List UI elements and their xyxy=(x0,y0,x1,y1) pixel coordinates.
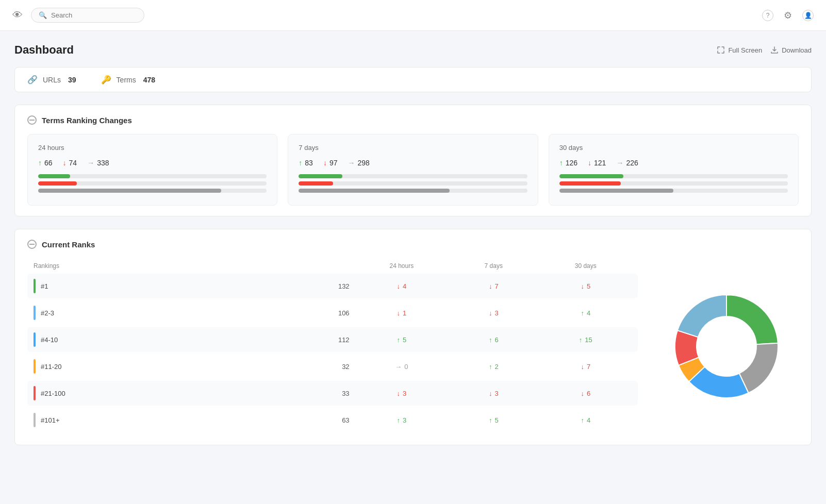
down-arrow-icon: ↓ xyxy=(323,159,327,167)
donut-chart xyxy=(654,258,799,434)
rank-stats-24h: ↑ 66 ↓ 74 → 338 xyxy=(38,159,267,167)
stat-urls: 🔗 URLs 39 xyxy=(27,75,76,85)
change-24h: →0 xyxy=(356,363,448,371)
bar-red-30d xyxy=(559,181,788,186)
help-icon[interactable]: ? xyxy=(762,10,773,21)
ranking-cards: 24 hours ↑ 66 ↓ 74 → 338 xyxy=(27,134,799,206)
donut-segment-#101+ xyxy=(678,295,726,337)
search-input[interactable] xyxy=(51,11,134,19)
rank-card-7d: 7 days ↑ 83 ↓ 97 → 298 xyxy=(288,134,538,206)
header: 👁 🔍 ? ⚙ 👤 xyxy=(0,0,826,31)
fullscreen-button[interactable]: Full Screen xyxy=(717,46,762,54)
change-7d: ↑5 xyxy=(448,416,539,424)
key-icon: 🔑 xyxy=(101,75,111,85)
flat-stat-7d: → 298 xyxy=(348,159,369,167)
change-30d: ↑4 xyxy=(540,309,632,317)
rank-stats-30d: ↑ 126 ↓ 121 → 226 xyxy=(559,159,788,167)
down-arrow-icon: ↓ xyxy=(588,159,591,167)
down-stat-24h: ↓ 74 xyxy=(63,159,77,167)
bar-gray-24h xyxy=(38,189,267,193)
change-7d: ↓3 xyxy=(448,390,539,397)
up-stat-30d: ↑ 126 xyxy=(559,159,577,167)
up-arrow-icon: ↑ xyxy=(38,159,42,167)
fullscreen-icon xyxy=(717,46,725,54)
right-arrow-icon: → xyxy=(348,159,355,167)
rank-stats-7d: ↑ 83 ↓ 97 → 298 xyxy=(299,159,527,167)
table-header: Rankings 24 hours 7 days 30 days xyxy=(27,258,638,274)
dashboard-actions: Full Screen Download xyxy=(717,46,812,54)
rank-count: 63 xyxy=(263,416,355,424)
table-row: #1 132 ↓4 ↓7 ↓5 xyxy=(27,274,638,298)
rank-card-30d-title: 30 days xyxy=(559,144,788,152)
bar-green-30d xyxy=(559,174,788,178)
col-header-7d: 7 days xyxy=(448,262,539,270)
down-stat-7d: ↓ 97 xyxy=(323,159,338,167)
bar-red-24h xyxy=(38,181,267,186)
page-title: Dashboard xyxy=(14,43,74,57)
rank-card-30d: 30 days ↑ 126 ↓ 121 → 226 xyxy=(549,134,799,206)
up-arrow-icon: ↑ xyxy=(299,159,302,167)
settings-icon[interactable]: ⚙ xyxy=(784,10,792,21)
rank-count: 132 xyxy=(263,282,355,290)
bar-red-7d xyxy=(299,181,527,186)
download-icon xyxy=(770,46,779,54)
down-stat-30d: ↓ 121 xyxy=(588,159,606,167)
change-7d: ↑6 xyxy=(448,336,539,344)
table-rows: #1 132 ↓4 ↓7 ↓5 #2-3 106 ↓1 ↓3 ↑4 #4-10 xyxy=(27,274,638,432)
col-header-30d: 30 days xyxy=(540,262,632,270)
stat-terms: 🔑 Terms 478 xyxy=(101,75,155,85)
svg-rect-1 xyxy=(29,244,35,245)
minus-circle-icon-2 xyxy=(27,240,37,249)
rank-label: #1 xyxy=(34,279,263,293)
donut-svg xyxy=(659,279,794,413)
terms-label: Terms xyxy=(117,76,136,84)
rank-count: 33 xyxy=(263,390,355,397)
change-30d: ↓5 xyxy=(540,282,632,290)
rank-label: #2-3 xyxy=(34,306,263,320)
eye-icon[interactable]: 👁 xyxy=(12,9,23,21)
search-box: 🔍 xyxy=(31,8,144,23)
up-stat-7d: ↑ 83 xyxy=(299,159,313,167)
urls-label: URLs xyxy=(43,76,61,84)
change-24h: ↓1 xyxy=(356,309,448,317)
rank-label: #101+ xyxy=(34,413,263,427)
header-left: 👁 🔍 xyxy=(12,8,144,23)
minus-circle-icon xyxy=(27,115,37,125)
flat-stat-24h: → 338 xyxy=(87,159,109,167)
current-ranks-title: Current Ranks xyxy=(27,240,799,249)
bar-gray-30d xyxy=(559,189,788,193)
rank-card-7d-title: 7 days xyxy=(299,144,527,152)
dashboard-bar: Dashboard Full Screen Download xyxy=(14,43,812,57)
change-30d: ↓7 xyxy=(540,363,632,371)
bar-green-7d xyxy=(299,174,527,178)
change-30d: ↑4 xyxy=(540,416,632,424)
search-icon: 🔍 xyxy=(39,11,47,19)
terms-ranking-title: Terms Ranking Changes xyxy=(27,115,799,125)
stats-bar: 🔗 URLs 39 🔑 Terms 478 xyxy=(14,67,812,92)
col-header-empty xyxy=(263,262,355,270)
download-button[interactable]: Download xyxy=(770,46,812,54)
link-icon: 🔗 xyxy=(27,75,38,85)
down-arrow-icon: ↓ xyxy=(63,159,67,167)
table-row: #11-20 32 →0 ↑2 ↓7 xyxy=(27,354,638,379)
table-row: #2-3 106 ↓1 ↓3 ↑4 xyxy=(27,300,638,325)
rank-label: #21-100 xyxy=(34,386,263,400)
change-24h: ↑3 xyxy=(356,416,448,424)
main-content: Dashboard Full Screen Download 🔗 URLs 39 xyxy=(0,31,826,470)
col-header-rankings: Rankings xyxy=(34,262,263,270)
change-24h: ↑5 xyxy=(356,336,448,344)
table-row: #4-10 112 ↑5 ↑6 ↑15 xyxy=(27,327,638,352)
right-arrow-icon: → xyxy=(616,159,623,167)
change-30d: ↑15 xyxy=(540,336,632,344)
bar-green-24h xyxy=(38,174,267,178)
svg-rect-0 xyxy=(29,120,35,121)
col-header-24h: 24 hours xyxy=(356,262,448,270)
current-ranks-section: Current Ranks Rankings 24 hours 7 days 3… xyxy=(14,229,812,445)
user-icon[interactable]: 👤 xyxy=(802,10,814,21)
change-7d: ↓7 xyxy=(448,282,539,290)
up-stat-24h: ↑ 66 xyxy=(38,159,53,167)
header-right: ? ⚙ 👤 xyxy=(762,10,814,21)
donut-segment-#1 xyxy=(726,295,778,344)
rank-card-24h: 24 hours ↑ 66 ↓ 74 → 338 xyxy=(27,134,277,206)
ranks-table-area: Rankings 24 hours 7 days 30 days #1 132 … xyxy=(27,258,799,434)
